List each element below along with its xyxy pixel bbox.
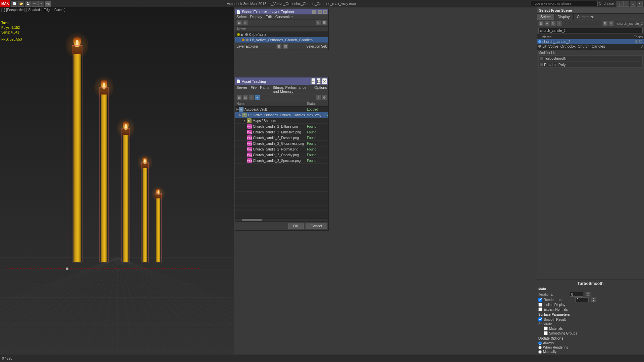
se-layer-0[interactable]: ▶ 0 (default) — [235, 32, 328, 37]
se-sync-icon[interactable]: ↻ — [316, 20, 321, 25]
se-menu-display[interactable]: Display — [250, 15, 262, 19]
undo-icon[interactable]: ↶ — [32, 1, 38, 7]
materials-check[interactable] — [544, 326, 548, 330]
se-layer0-dot — [237, 33, 240, 36]
se-maximize-button[interactable]: □ — [318, 10, 322, 14]
se-minimize-button[interactable]: − — [312, 10, 316, 14]
rp-none-icon[interactable]: N — [550, 21, 556, 26]
at-row-fresnel[interactable]: Png Church_candle_2_Fresnel.png Found — [235, 135, 328, 141]
riters-up[interactable]: ▲ — [591, 297, 596, 300]
smoothing-groups-check[interactable] — [544, 331, 548, 335]
at-menu-bitmap[interactable]: Bitmap Performance and Memory — [273, 85, 311, 94]
at-row-diffuse[interactable]: Png Church_candle_2_Diffuse.png Found — [235, 124, 328, 129]
at-maximize-button[interactable]: □ — [317, 78, 321, 84]
at-cancel-button[interactable]: Cancel — [306, 223, 327, 229]
at-tb-icon1[interactable]: ▦ — [236, 95, 242, 100]
at-menu-file[interactable]: File — [251, 85, 257, 94]
se-close-filter-icon[interactable]: ✕ — [243, 20, 248, 25]
window-title: Autodesk 3ds Max 2015 Lit_Votive_Orthodo… — [52, 2, 531, 6]
render-iters-check[interactable] — [538, 298, 542, 302]
se-column-header: Name — [235, 26, 328, 32]
tab-display[interactable]: Display — [554, 14, 574, 20]
smooth-result-check[interactable] — [538, 317, 542, 321]
at-row-vault[interactable]: ▶ V Autodesk Vault Logged — [235, 107, 328, 112]
min-icon[interactable]: − — [623, 1, 629, 7]
rp-invert-icon[interactable]: I — [556, 21, 562, 26]
se-close-button[interactable]: ✕ — [323, 10, 327, 14]
at-scrollbar-thumb[interactable] — [242, 219, 262, 221]
at-tb-icon4[interactable]: ■ — [255, 95, 260, 100]
at-ok-button[interactable]: OK — [288, 223, 304, 229]
isoline-label: Isoline Display — [544, 303, 565, 307]
max-icon[interactable]: □ — [630, 1, 636, 7]
at-opacity-icon: Png — [247, 153, 252, 157]
open-icon[interactable]: 📂 — [18, 1, 24, 7]
at-scrollbar[interactable] — [235, 219, 328, 221]
se-menu-select[interactable]: Select — [236, 15, 247, 19]
scene-obj-church-candle[interactable]: church_candle_2 9152 — [537, 39, 644, 44]
viewport-label: [+] [Perspective] [ Shaded + Edged Faces… — [1, 8, 65, 12]
at-close-button[interactable]: ✕ — [322, 78, 327, 84]
at-row-normal[interactable]: Png Church_candle_2_Normal.png Found — [235, 146, 328, 152]
explicit-normals-check[interactable] — [538, 307, 542, 311]
se-bottom-icon1[interactable]: ▦ — [276, 44, 282, 49]
se-menu-edit[interactable]: Edit — [266, 15, 272, 19]
scene-explorer-titlebar: 📄 Scene Explorer - Layer Explorer − □ ✕ — [235, 9, 328, 14]
render-iters-input[interactable] — [575, 297, 589, 302]
at-fresnel-name: Church_candle_2_Fresnel.png — [253, 136, 307, 140]
at-row-maps[interactable]: ▼ M Maps / Shaders — [235, 118, 328, 124]
verts-stat: Verts: 4,641 — [1, 30, 20, 35]
iterations-input[interactable] — [570, 292, 583, 297]
iterations-down[interactable]: ▼ — [585, 294, 591, 297]
se-layer-candles[interactable]: Lit_Votive_Orthodox_Church_Candles — [235, 37, 328, 43]
at-empty-6 — [235, 187, 328, 192]
search-input[interactable] — [531, 1, 598, 6]
redo-icon[interactable]: ↷ — [38, 1, 44, 7]
screenshot-icon[interactable]: AK — [45, 1, 51, 7]
at-glossiness-name: Church_candle_2_Glossiness.png — [253, 142, 307, 145]
rp-close-icon[interactable]: ✕ — [608, 21, 614, 26]
help-icon[interactable]: ? — [616, 1, 623, 7]
rp-sort-icon[interactable]: ⇅ — [602, 21, 608, 26]
se-filter-icon[interactable]: ▦ — [236, 20, 242, 25]
at-tb-settings-icon[interactable]: ⚙ — [322, 95, 327, 100]
when-rendering-radio[interactable] — [538, 346, 542, 349]
manually-radio[interactable] — [538, 350, 542, 354]
always-radio[interactable] — [538, 342, 542, 345]
save-icon[interactable]: 💾 — [25, 1, 31, 7]
tab-select[interactable]: Select — [537, 14, 554, 20]
rp-search-input[interactable] — [538, 28, 643, 33]
modifier-turbsmooth[interactable]: TurboSmooth — [538, 55, 643, 61]
close-icon[interactable]: ✕ — [637, 1, 643, 7]
rp-filter-icon[interactable]: ▦ — [538, 21, 544, 26]
at-minimize-button[interactable]: − — [311, 78, 315, 84]
at-tb-help-icon[interactable]: ? — [316, 95, 321, 100]
se-options-icon[interactable]: ☰ — [322, 20, 327, 25]
new-icon[interactable]: 📄 — [11, 1, 17, 7]
at-tb-icon3[interactable]: ≡ — [249, 95, 254, 100]
at-menu-server[interactable]: Server — [236, 85, 247, 94]
at-maps-name: Maps / Shaders — [253, 119, 307, 123]
at-empty-9 — [235, 201, 328, 206]
modifier-editable-poly[interactable]: Editable Poly — [538, 62, 643, 68]
isoline-check[interactable] — [538, 303, 542, 307]
se-menu-customize[interactable]: Customize — [275, 15, 293, 19]
at-maps-icon: M — [247, 118, 252, 123]
rp-all-icon[interactable]: A — [544, 21, 550, 26]
tab-customize[interactable]: Customize — [574, 14, 598, 20]
scene-obj-lit-votive[interactable]: Lit_Votive_Orthodox_Church_Candles 0 — [537, 44, 644, 49]
at-row-opacity[interactable]: Png Church_candle_2_Opacity.png Found — [235, 152, 328, 158]
at-row-emissive[interactable]: Png Church_candle_2_Emissive.png Found — [235, 129, 328, 135]
iterations-up[interactable]: ▲ — [585, 292, 591, 294]
at-menu-options[interactable]: Options — [314, 85, 327, 94]
at-row-glossiness[interactable]: Png Church_candle_2_Glossiness.png Found — [235, 141, 328, 146]
smoothing-groups-label: Smoothing Groups — [549, 331, 577, 335]
riters-down[interactable]: ▼ — [591, 300, 596, 302]
at-menu-paths[interactable]: Paths — [260, 85, 269, 94]
at-row-specular[interactable]: Png Church_candle_2_Specular.png Found — [235, 158, 328, 164]
se-bottom-icon2[interactable]: ▤ — [283, 44, 288, 49]
rp-selection-set-label: church_candle_2 — [617, 22, 643, 25]
scene-obj-header: Name Faces — [537, 35, 644, 39]
at-tb-icon2[interactable]: ▤ — [243, 95, 248, 100]
at-row-file[interactable]: ▶ F Lit_Votive_Orthodox_Church_Candles_m… — [235, 112, 328, 118]
